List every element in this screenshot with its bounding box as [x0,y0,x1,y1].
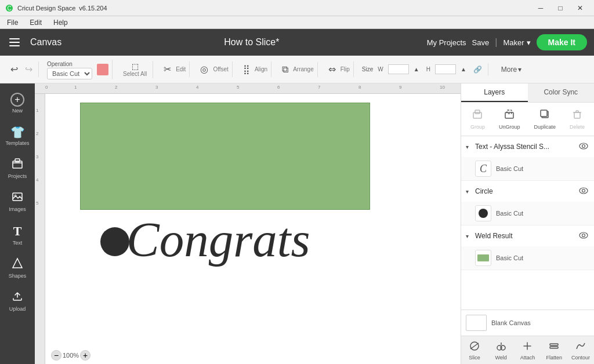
operation-select[interactable]: Basic Cut [47,68,92,79]
more-chevron-icon: ▾ [518,65,521,74]
tab-slice[interactable]: Slice [461,336,488,364]
sidebar-item-shapes[interactable]: Shapes [2,253,32,283]
undo-button[interactable]: ↩ [8,61,20,77]
tab-color-sync[interactable]: Color Sync [528,83,595,102]
sidebar-item-upload[interactable]: Upload [2,286,32,316]
lock-proportions-button[interactable]: 🔗 [471,63,484,76]
circle-thumb-icon [479,209,488,218]
ruler-left-mark-8: 4 [35,177,45,189]
ruler-mark-2: 2 [115,85,117,90]
delete-icon [571,108,583,123]
sidebar-item-text[interactable]: T Text [2,219,32,250]
align-button[interactable]: ⣿ [241,61,252,77]
ruler-mark-1: 1 [74,85,77,90]
layer-group-circle-header[interactable]: ▾ Circle [461,181,594,202]
contour-icon [575,341,586,354]
sidebar-item-templates[interactable]: 👕 Templates [2,121,32,151]
offset-group: ◎ Offset [194,61,233,77]
size-height-input[interactable] [435,64,456,74]
size-w-label: W [378,66,383,72]
size-width-input[interactable] [388,64,409,74]
ruler-left-mark-7 [35,166,45,177]
sidebar-projects-label: Projects [8,173,27,179]
layer-group-circle: ▾ Circle Basic Cut [461,181,594,225]
zoom-in-button[interactable]: + [80,350,90,361]
select-all-button[interactable]: ⬚ Select All [121,61,149,78]
ruler-left-mark-3 [35,119,45,131]
delete-button[interactable]: Delete [565,106,589,132]
close-button[interactable]: ✕ [571,2,589,14]
more-button[interactable]: More ▾ [497,63,526,76]
svg-marker-6 [13,259,22,268]
zoom-out-button[interactable]: − [51,350,61,361]
layer-group-weld-header[interactable]: ▾ Weld Result [461,225,594,246]
header-right: My Projects Save | Maker ▾ Make It [427,34,587,50]
flip-button[interactable]: ⇔ [326,61,338,77]
arrange-button[interactable]: ⧉ [280,62,291,77]
make-it-button[interactable]: Make It [537,34,587,50]
my-projects-button[interactable]: My Projects [427,38,466,47]
sidebar-upload-label: Upload [9,306,26,312]
size-height-up-button[interactable]: ▲ [458,64,469,75]
layer-text-visibility-button[interactable] [578,141,589,152]
hamburger-menu-button[interactable] [7,34,23,50]
tab-layers[interactable]: Layers [461,83,528,102]
tab-contour[interactable]: Contour [567,336,594,364]
menu-edit[interactable]: Edit [27,17,44,28]
operation-color-swatch[interactable] [97,64,108,75]
delete-label: Delete [570,124,585,130]
sidebar-item-images[interactable]: Images [2,186,32,217]
menu-help[interactable]: Help [51,17,70,28]
hamburger-line-1 [9,38,20,39]
ungroup-button[interactable]: UnGroup [494,106,525,132]
canvas-design: Congrats [45,94,461,364]
layer-text-cut: Basic Cut [496,165,523,172]
upload-icon [12,290,23,305]
green-rectangle[interactable] [80,103,370,210]
layers-list[interactable]: ▾ Text - Alyssa Stencil S... C Basic Cut [461,136,594,310]
header-divider: | [495,37,497,48]
group-icon [472,108,483,123]
canvas-content[interactable]: Congrats [45,94,461,364]
images-icon [12,191,23,205]
tab-attach[interactable]: Attach [515,336,541,364]
layer-text-item[interactable]: C Basic Cut [461,157,594,180]
machine-selector-button[interactable]: Maker ▾ [503,38,530,47]
projects-icon [12,158,23,172]
size-width-up-button[interactable]: ▲ [411,64,422,75]
layer-actions: Group UnGroup Duplicate [461,103,594,136]
weld-icon [496,341,506,354]
tab-weld[interactable]: Weld [488,336,515,364]
save-button[interactable]: Save [472,38,490,47]
layer-group-text-header[interactable]: ▾ Text - Alyssa Stencil S... [461,136,594,157]
size-h-label: H [426,66,430,72]
minimize-button[interactable]: ─ [531,2,550,14]
machine-label: Maker [503,38,524,47]
duplicate-label: Duplicate [534,124,556,130]
duplicate-button[interactable]: Duplicate [529,106,560,132]
svg-point-16 [582,145,585,148]
layer-circle-visibility-button[interactable] [578,185,589,197]
sidebar-item-projects[interactable]: Projects [2,153,32,184]
layer-circle-item[interactable]: Basic Cut [461,202,594,225]
sidebar-new-label: New [12,108,23,114]
sidebar-item-new[interactable]: + New [2,88,32,118]
maximize-button[interactable]: □ [551,2,570,14]
menu-file[interactable]: File [5,17,20,28]
canvas-area[interactable]: 0 1 2 3 4 5 6 7 8 9 10 1 2 3 4 5 [35,83,461,364]
congrats-svg: Congrats [121,201,399,271]
layer-weld-item[interactable]: Basic Cut [461,246,594,270]
edit-button[interactable]: ✂ [161,61,173,77]
redo-button[interactable]: ↪ [23,61,35,77]
align-group: ⣿ Align [237,61,271,77]
svg-rect-3 [15,159,20,162]
tab-flatten[interactable]: Flatten [541,336,567,364]
congrats-text[interactable]: Congrats [121,201,399,281]
layer-weld-visibility-button[interactable] [578,230,589,242]
offset-button[interactable]: ◎ [198,61,211,77]
group-label: Group [470,124,485,130]
edit-group: ✂ Edit [158,61,190,77]
offset-label: Offset [213,66,229,72]
layer-circle-expand-icon: ▾ [466,188,473,195]
group-button[interactable]: Group [466,106,490,132]
